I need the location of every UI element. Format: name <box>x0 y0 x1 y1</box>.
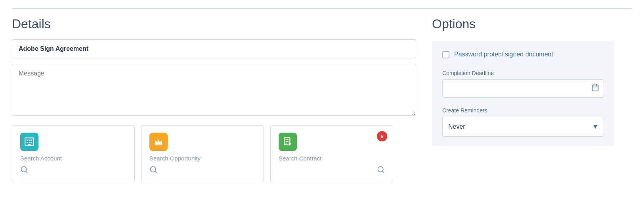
svg-rect-3 <box>31 140 32 141</box>
svg-rect-2 <box>29 140 30 141</box>
reminders-select[interactable]: Never Every Day Every Week <box>442 117 604 137</box>
options-content: Password protect signed document Complet… <box>432 41 614 146</box>
create-reminders-label: Create Reminders <box>442 107 604 114</box>
completion-deadline-input[interactable] <box>442 79 604 98</box>
password-protect-label: Password protect signed document <box>454 50 553 59</box>
search-contract-card[interactable]: 6 Search Contract <box>270 125 393 182</box>
create-reminders-field: Create Reminders Never Every Day Every W… <box>442 107 604 137</box>
svg-rect-6 <box>31 142 32 143</box>
crown-icon <box>149 133 168 151</box>
search-opportunity-search-icon <box>149 166 256 176</box>
search-account-card[interactable]: Search Account <box>12 125 135 182</box>
options-title: Options <box>432 17 614 31</box>
search-account-search-icon <box>20 166 126 176</box>
completion-deadline-field: Completion Deadline <box>442 70 604 98</box>
search-contract-search-icon <box>377 166 385 176</box>
document-icon <box>279 133 297 151</box>
completion-deadline-label: Completion Deadline <box>442 70 604 76</box>
svg-rect-1 <box>27 140 28 141</box>
details-title: Details <box>12 17 416 31</box>
svg-rect-4 <box>27 142 28 143</box>
building-icon <box>20 133 38 151</box>
svg-rect-10 <box>155 145 162 145</box>
search-opportunity-card[interactable]: Search Opportunity <box>141 125 264 182</box>
details-panel: Details <box>12 17 416 182</box>
completion-deadline-wrapper <box>442 79 604 98</box>
svg-line-9 <box>26 171 27 173</box>
message-textarea[interactable] <box>12 64 416 116</box>
reminders-select-wrapper: Never Every Day Every Week ▼ <box>442 117 604 137</box>
svg-line-12 <box>155 171 157 173</box>
search-opportunity-label: Search Opportunity <box>149 155 256 162</box>
password-protect-row: Password protect signed document <box>442 50 604 59</box>
search-account-label: Search Account <box>20 155 126 162</box>
contract-badge: 6 <box>377 131 387 141</box>
search-cards-container: Search Account <box>12 125 416 182</box>
options-panel: Options Password protect signed document… <box>432 17 614 182</box>
svg-rect-7 <box>28 144 31 145</box>
password-protect-checkbox[interactable] <box>442 51 449 58</box>
svg-rect-5 <box>29 142 30 143</box>
svg-line-18 <box>382 171 384 173</box>
agreement-name-input[interactable] <box>12 39 416 58</box>
search-contract-label: Search Contract <box>279 155 385 162</box>
contract-card-bottom <box>279 166 385 176</box>
